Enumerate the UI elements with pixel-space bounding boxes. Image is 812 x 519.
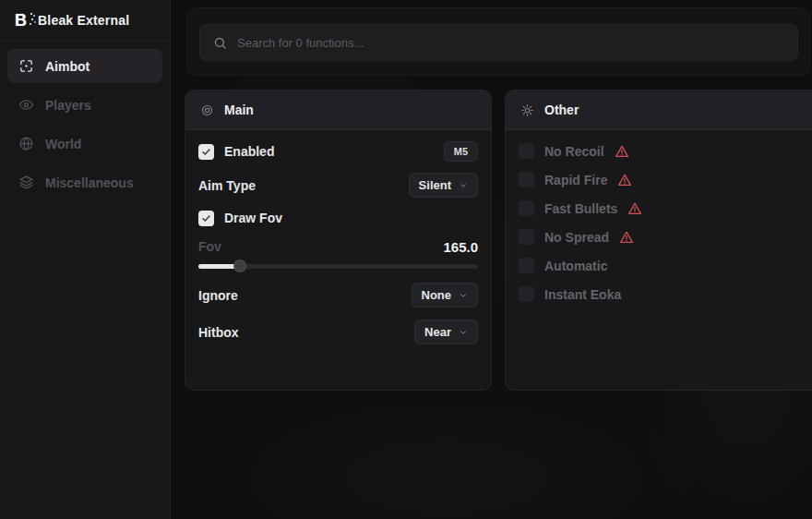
chevron-down-icon bbox=[459, 181, 468, 190]
aim-type-label: Aim Type bbox=[198, 178, 256, 193]
layers-icon bbox=[18, 175, 34, 190]
fast-bullets-label: Fast Bullets bbox=[544, 201, 617, 216]
fov-slider[interactable] bbox=[198, 260, 478, 272]
draw-fov-row: Draw Fov bbox=[198, 207, 478, 229]
sidebar-nav: Aimbot Players World Miscellaneous bbox=[0, 41, 170, 212]
sidebar-item-label: Aimbot bbox=[45, 59, 90, 74]
search-input[interactable] bbox=[237, 36, 784, 50]
aim-type-row: Aim Type Silent bbox=[198, 174, 478, 197]
panel-main: Main Enabled M5 Aim Type Silent bbox=[185, 90, 492, 391]
app-title: Bleak External bbox=[38, 13, 129, 28]
panel-other: Other No Recoil Rapid Fire Fast Bullets … bbox=[505, 90, 812, 391]
no-recoil-label: No Recoil bbox=[544, 144, 604, 159]
other-row-automatic: Automatic bbox=[519, 258, 810, 273]
eye-icon bbox=[18, 97, 34, 113]
gear-icon bbox=[520, 103, 534, 117]
chevron-down-icon bbox=[459, 328, 468, 337]
warning-icon bbox=[617, 173, 632, 187]
app-window: B Bleak External Aimbot Players World Mi… bbox=[0, 0, 812, 519]
aim-type-dropdown[interactable]: Silent bbox=[409, 173, 478, 198]
globe-icon bbox=[18, 136, 34, 151]
app-logo: B Bleak External bbox=[0, 0, 170, 41]
enabled-checkbox[interactable] bbox=[198, 144, 214, 160]
chevron-down-icon bbox=[459, 291, 468, 300]
no-recoil-checkbox[interactable] bbox=[519, 143, 534, 159]
aim-type-value: Silent bbox=[419, 178, 451, 192]
enabled-row: Enabled M5 bbox=[198, 140, 478, 163]
check-icon bbox=[201, 147, 211, 157]
fast-bullets-checkbox[interactable] bbox=[519, 200, 534, 216]
search-icon bbox=[213, 36, 227, 50]
no-spread-label: No Spread bbox=[544, 230, 609, 245]
brand-b-icon: B bbox=[15, 12, 27, 29]
fov-row: Fov 165.0 bbox=[198, 238, 478, 255]
sidebar-item-label: Players bbox=[45, 98, 91, 113]
panel-other-body: No Recoil Rapid Fire Fast Bullets No Spr… bbox=[506, 130, 812, 302]
fov-label: Fov bbox=[198, 239, 221, 254]
search-box[interactable] bbox=[199, 24, 798, 61]
draw-fov-checkbox[interactable] bbox=[198, 211, 214, 226]
panel-title: Main bbox=[224, 103, 254, 117]
draw-fov-label: Draw Fov bbox=[224, 211, 282, 225]
hitbox-label: Hitbox bbox=[198, 325, 239, 340]
sidebar-item-label: Miscellaneous bbox=[45, 175, 134, 190]
panel-other-header: Other bbox=[506, 91, 812, 130]
sidebar-item-players[interactable]: Players bbox=[7, 88, 162, 122]
other-row-rapid-fire: Rapid Fire bbox=[519, 172, 810, 187]
enabled-label: Enabled bbox=[224, 144, 274, 159]
hitbox-value: Near bbox=[424, 325, 451, 339]
warning-icon bbox=[615, 144, 629, 159]
panel-title: Other bbox=[544, 103, 579, 117]
sidebar-item-label: World bbox=[45, 137, 81, 151]
ignore-row: Ignore None bbox=[198, 284, 478, 307]
focus-icon bbox=[18, 58, 34, 74]
warning-icon bbox=[619, 230, 634, 245]
sidebar: B Bleak External Aimbot Players World Mi… bbox=[0, 0, 171, 519]
warning-icon bbox=[627, 201, 642, 216]
panel-main-body: Enabled M5 Aim Type Silent Draw Fov bbox=[185, 130, 491, 344]
automatic-checkbox[interactable] bbox=[519, 258, 534, 273]
rapid-fire-checkbox[interactable] bbox=[519, 172, 534, 187]
instant-eoka-checkbox[interactable] bbox=[519, 286, 534, 302]
automatic-label: Automatic bbox=[544, 259, 607, 273]
other-row-fast-bullets: Fast Bullets bbox=[519, 200, 810, 216]
target-icon bbox=[200, 103, 214, 117]
fov-value: 165.0 bbox=[443, 239, 478, 255]
hitbox-dropdown[interactable]: Near bbox=[414, 320, 478, 344]
search-container bbox=[186, 7, 810, 76]
keybind-badge[interactable]: M5 bbox=[444, 141, 478, 162]
other-row-no-spread: No Spread bbox=[519, 229, 810, 245]
hitbox-row: Hitbox Near bbox=[198, 320, 478, 344]
other-row-instant-eoka: Instant Eoka bbox=[519, 286, 810, 302]
no-spread-checkbox[interactable] bbox=[519, 229, 534, 245]
sidebar-item-miscellaneous[interactable]: Miscellaneous bbox=[7, 165, 162, 199]
sidebar-item-aimbot[interactable]: Aimbot bbox=[7, 49, 162, 83]
ignore-label: Ignore bbox=[198, 288, 238, 303]
other-row-no-recoil: No Recoil bbox=[519, 143, 810, 159]
ignore-value: None bbox=[422, 288, 452, 302]
ignore-dropdown[interactable]: None bbox=[412, 283, 479, 308]
sidebar-item-world[interactable]: World bbox=[7, 127, 162, 161]
panel-main-header: Main bbox=[185, 91, 491, 130]
rapid-fire-label: Rapid Fire bbox=[544, 173, 607, 187]
check-icon bbox=[201, 213, 211, 223]
fov-slider-thumb[interactable] bbox=[233, 260, 246, 272]
instant-eoka-label: Instant Eoka bbox=[544, 287, 621, 302]
